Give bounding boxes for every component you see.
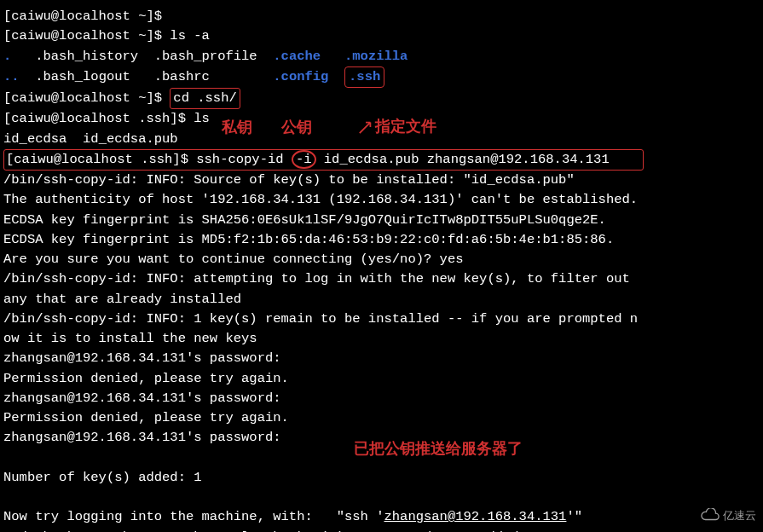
cd-ssh-highlight: cd .ssh/ xyxy=(170,88,240,109)
ssh-dir-highlight: .ssh xyxy=(344,66,384,88)
prompt-line-empty: [caiwu@localhost ~]$ xyxy=(3,7,760,26)
out-attempting1: /bin/ssh-copy-id: INFO: attempting to lo… xyxy=(3,269,760,289)
out-check-keys: and check to make sure that only the key… xyxy=(3,528,760,533)
out-try-login: Now try logging into the machine, with: … xyxy=(3,507,760,527)
out-remain1: /bin/ssh-copy-id: INFO: 1 key(s) remain … xyxy=(3,309,760,329)
prompt-line-ls-a: [caiwu@localhost ~]$ ls -a xyxy=(3,26,760,46)
out-denied1: Permission denied, please try again. xyxy=(3,369,760,389)
out-continue: Are you sure you want to continue connec… xyxy=(3,250,760,269)
flag-i-highlight: -i xyxy=(292,150,316,170)
annotation-pushed: 已把公钥推送给服务器了 xyxy=(354,437,523,460)
out-authenticity: The authenticity of host '192.168.34.131… xyxy=(3,190,760,210)
cloud-icon xyxy=(701,508,720,522)
ssh-copy-id-line: [caiwu@localhost .ssh]$ ssh-copy-id -i i… xyxy=(3,149,760,171)
out-source: /bin/ssh-copy-id: INFO: Source of key(s)… xyxy=(3,171,760,190)
ls-row1: . .bash_history .bash_profile .cache .mo… xyxy=(3,47,760,66)
out-pw1: zhangsan@192.168.34.131's password: xyxy=(3,349,760,368)
annotation-specify-file: 指定文件 xyxy=(375,115,436,138)
cmd-ls-a: ls -a xyxy=(170,28,210,43)
watermark: 亿速云 xyxy=(701,507,756,524)
annotation-public-key: 公钥 xyxy=(281,116,312,139)
out-keys-added: Number of key(s) added: 1 xyxy=(3,468,760,488)
out-fp-md5: ECDSA key fingerprint is MD5:f2:1b:65:da… xyxy=(3,230,760,250)
out-attempting2: any that are already installed xyxy=(3,290,760,309)
out-remain2: ow it is to install the new keys xyxy=(3,329,760,349)
annotation-private-key: 私钥 xyxy=(222,116,252,139)
ssh-copy-highlight: [caiwu@localhost .ssh]$ ssh-copy-id -i i… xyxy=(3,149,644,171)
ls-row2: .. .bash_logout .bashrc .config .ssh xyxy=(3,66,760,88)
out-fp-sha: ECDSA key fingerprint is SHA256:0E6sUk1l… xyxy=(3,211,760,230)
out-pw2: zhangsan@192.168.34.131's password: xyxy=(3,389,760,408)
blank2 xyxy=(3,488,760,507)
out-denied2: Permission denied, please try again. xyxy=(3,408,760,428)
prompt-cd-ssh: [caiwu@localhost ~]$ cd .ssh/ xyxy=(3,88,760,109)
